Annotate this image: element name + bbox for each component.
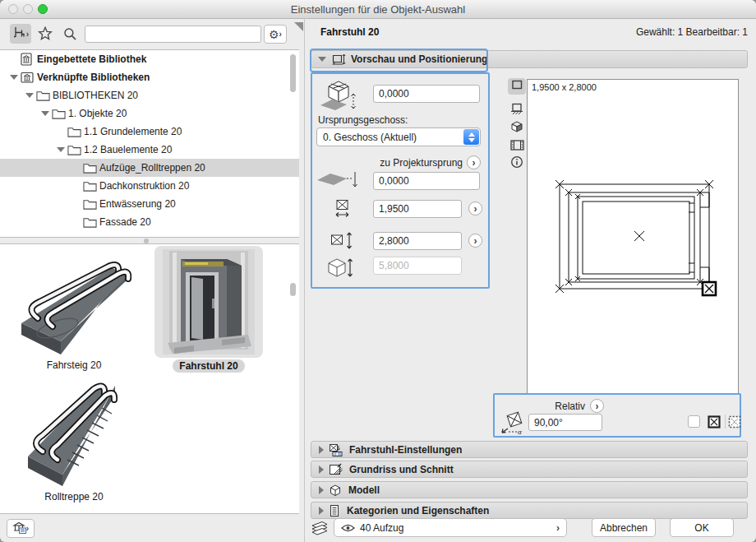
tree-item-label: 1. Objekte 20 (68, 108, 127, 119)
section-title: Modell (348, 484, 380, 496)
relative-rotation-panel: Relativ › α (493, 393, 741, 438)
folder-icon (52, 108, 68, 119)
layer-name: 40 Aufzug (360, 522, 403, 534)
chevron-right-icon: › (26, 30, 29, 39)
tree-item-label: Eingebettete Bibliothek (37, 53, 146, 65)
section-title: Vorschau und Positionierung (351, 53, 487, 65)
search-button[interactable] (63, 27, 77, 44)
folder-icon (83, 216, 99, 228)
hotspot-dashed-toggle[interactable] (728, 415, 741, 432)
expanded-triangle-icon (318, 57, 326, 62)
preview-position-icon (331, 53, 346, 66)
tree-item-label: Verknüpfte Bibliotheken (37, 72, 150, 83)
linked-library-icon (21, 72, 37, 83)
section-model[interactable]: Modell (311, 481, 748, 498)
moving-walkway-image (10, 248, 133, 356)
folder-icon (83, 180, 99, 192)
origin-story-label: Ursprungsgeschoss: (318, 114, 408, 126)
section-title: Kategorien und Eigenschaften (347, 505, 489, 517)
tree-item[interactable]: 1.2 Bauelemente 20 (0, 141, 299, 159)
expander-triangle-icon[interactable] (24, 91, 36, 100)
expander-spacer (71, 200, 83, 208)
panel-divider (304, 18, 305, 542)
relative-menu-button[interactable]: › (590, 399, 604, 413)
expander-triangle-icon[interactable] (39, 109, 52, 118)
escalator-image (20, 378, 127, 488)
width-input[interactable] (373, 200, 462, 218)
thumbnail-rolltreppe[interactable]: Rolltreppe 20 (16, 378, 131, 503)
object-preview-viewport[interactable]: 1,9500 x 2,8000 (527, 79, 739, 394)
origin-story-dropdown[interactable]: 0. Geschoss (Aktuell) (316, 127, 481, 146)
expander-spacer (55, 127, 67, 136)
section-preview-positioning[interactable]: Vorschau und Positionierung (311, 50, 748, 68)
tree-item[interactable]: Entwässerung 20 (0, 195, 299, 213)
tree-item[interactable]: Dachkonstruktion 20 (0, 177, 299, 195)
thumbnail-fahrstuhl[interactable]: Fahrstuhl 20 (154, 246, 265, 374)
hotspot-solid-toggle[interactable] (708, 415, 721, 432)
height-input-disabled (373, 257, 462, 275)
rotation-angle-icon: α (499, 410, 527, 438)
to-project-origin-menu-button[interactable]: › (467, 155, 481, 169)
elevator-plan-drawing (528, 80, 738, 393)
depth-icon (330, 231, 355, 254)
tree-item-label: Fassade 20 (99, 216, 151, 228)
cancel-button[interactable]: Abbrechen (592, 518, 656, 537)
tree-item[interactable]: Fassade 20 (0, 213, 299, 231)
tree-item-label: 1.1 Grundelemente 20 (84, 126, 182, 137)
elevation-to-origin-input[interactable] (373, 172, 480, 190)
tree-item[interactable]: 1.1 Grundelemente 20 (0, 123, 299, 141)
mirror-checkbox[interactable] (688, 415, 700, 428)
layer-selector[interactable]: 40 Aufzug › (334, 518, 567, 537)
categories-document-icon (329, 504, 340, 517)
to-project-origin-label: zu Projektursprung (312, 157, 463, 169)
film-strip-icon (510, 139, 524, 155)
library-manager-button[interactable]: › (7, 519, 35, 538)
origin-story-value: 0. Geschoss (Aktuell) (323, 132, 417, 143)
tree-item[interactable]: Verknüpfte Bibliotheken (0, 68, 299, 86)
expander-spacer (71, 218, 83, 226)
preview-mode-3d-button[interactable] (508, 120, 526, 137)
depth-input[interactable] (373, 232, 462, 250)
ok-label: OK (694, 522, 708, 534)
stepper-arrows-icon (463, 129, 479, 145)
expander-triangle-icon[interactable] (55, 146, 67, 154)
section-title: Fahrstuhl-Einstellungen (349, 444, 462, 456)
tree-item[interactable]: BIBLIOTHEKEN 20 (0, 86, 299, 104)
collapsed-triangle-icon (319, 446, 324, 454)
window-title: Einstellungen für die Objekt-Auswahl (0, 3, 756, 16)
section-plan-section[interactable]: Grundriss und Schnitt (311, 461, 748, 478)
tree-item[interactable]: Aufzüge_Rolltreppen 20 (0, 159, 299, 177)
width-icon (334, 199, 352, 222)
rotation-angle-input[interactable] (528, 414, 602, 431)
elevation-to-story-icon (317, 79, 360, 117)
tree-scrollbar[interactable] (290, 54, 296, 92)
tree-item-label: 1.2 Bauelemente 20 (84, 144, 172, 155)
tree-item[interactable]: Eingebettete Bibliothek (0, 50, 299, 68)
chevron-right-icon: › (556, 522, 560, 534)
elevation-to-story-input[interactable] (373, 85, 480, 103)
collapse-panel-arrow[interactable] (294, 22, 303, 31)
settings-menu-button[interactable]: ⚙ › (264, 25, 287, 44)
section-elevator-settings[interactable]: Fahrstuhl-Einstellungen (311, 441, 748, 458)
preview-mode-movie-button[interactable] (508, 138, 526, 155)
chevron-right-icon: › (26, 524, 29, 533)
plan-and-section-icon (329, 463, 343, 476)
ok-button[interactable]: OK (670, 518, 734, 537)
preview-mode-elevation-button[interactable] (508, 103, 526, 119)
thumbnails-scrollbar[interactable] (290, 283, 296, 296)
depth-menu-button[interactable]: › (468, 234, 482, 248)
thumbnail-fahrsteig[interactable]: Fahrsteig 20 (8, 248, 140, 373)
collapsed-triangle-icon (319, 507, 324, 515)
svg-text:α: α (518, 428, 522, 435)
tree-item[interactable]: 1. Objekte 20 (0, 104, 299, 123)
tree-item-label: BIBLIOTHEKEN 20 (53, 90, 138, 101)
preview-mode-info-button[interactable] (508, 155, 526, 172)
object-type-button[interactable]: › (10, 24, 31, 44)
width-menu-button[interactable]: › (468, 202, 482, 215)
preview-mode-2d-button[interactable] (508, 78, 526, 95)
expander-triangle-icon[interactable] (8, 73, 21, 81)
favorites-button[interactable] (38, 26, 53, 44)
tree-thumbnails-splitter[interactable] (0, 238, 299, 243)
search-input[interactable] (85, 25, 261, 43)
section-categories-properties[interactable]: Kategorien und Eigenschaften (311, 502, 748, 519)
